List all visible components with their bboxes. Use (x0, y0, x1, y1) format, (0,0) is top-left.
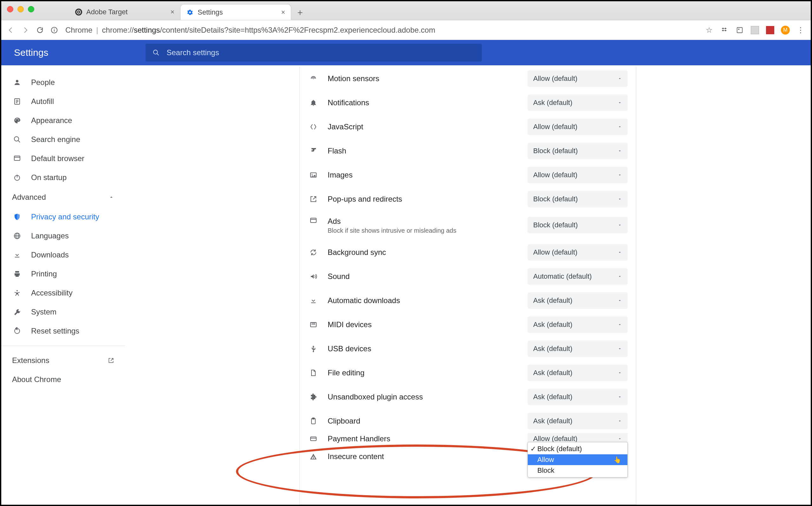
permission-select[interactable]: Ask (default) (527, 292, 628, 309)
sidebar-item-label: Autofill (31, 97, 54, 106)
people-icon (12, 79, 22, 86)
permission-select[interactable]: Ask (default) (527, 364, 628, 381)
chrome-menu-icon[interactable]: ⋮ (796, 26, 805, 34)
sidebar-item-printing[interactable]: Printing (1, 264, 125, 283)
permission-row-ads: Ads Block if site shows intrusive or mis… (300, 211, 636, 240)
sidebar-item-downloads[interactable]: Downloads (1, 245, 125, 264)
new-tab-button[interactable]: ＋ (294, 7, 306, 18)
sidebar-item-people[interactable]: People (1, 73, 125, 92)
permission-label: Ads (328, 217, 457, 226)
sidebar-item-languages[interactable]: Languages (1, 226, 125, 245)
permission-select[interactable]: Allow (default) (527, 70, 628, 87)
permission-select[interactable]: Automatic (default) (527, 268, 628, 285)
permission-row-notifications: Notifications Ask (default) (300, 91, 636, 115)
sidebar-item-label: On startup (31, 173, 67, 182)
permission-row-usb-devices: USB devices Ask (default) (300, 337, 636, 361)
dropdown-option[interactable]: Block (default) (528, 443, 627, 454)
caret-down-icon (618, 250, 622, 255)
svg-point-27 (312, 174, 313, 175)
permission-sublabel: Block if site shows intrusive or mislead… (328, 227, 457, 234)
sidebar-advanced-toggle[interactable]: Advanced (1, 187, 125, 207)
background-sync-icon (308, 249, 319, 256)
sidebar-item-reset-settings[interactable]: Reset settings (1, 322, 125, 340)
permission-row-unsandboxed-plugin-access: Unsandboxed plugin access Ask (default) (300, 385, 636, 409)
caret-down-icon (618, 173, 622, 177)
sidebar-item-accessibility[interactable]: Accessibility (1, 283, 125, 303)
permission-select[interactable]: Block (default) (527, 217, 628, 233)
extension-icon[interactable] (735, 26, 744, 34)
permission-select[interactable]: Allow (default) (527, 118, 628, 135)
dropdown-option[interactable]: Allow (528, 454, 627, 465)
sidebar-item-label: Privacy and security (31, 213, 99, 221)
permission-dropdown-open[interactable]: Block (default)AllowBlock (527, 442, 628, 478)
cursor-icon: 👆 (614, 456, 621, 463)
search-settings[interactable] (146, 44, 482, 62)
permission-row-images: Images Allow (default) (300, 163, 636, 187)
extension-icon[interactable] (750, 26, 759, 34)
caret-down-icon (618, 100, 622, 105)
permission-select[interactable]: Ask (default) (527, 340, 628, 357)
forward-icon[interactable] (21, 26, 30, 34)
permission-label: USB devices (328, 344, 371, 353)
omnibox[interactable]: Chrome | chrome://settings/content/siteD… (65, 26, 699, 34)
sidebar-item-system[interactable]: System (1, 303, 125, 322)
profile-avatar-icon[interactable]: M (781, 26, 790, 34)
minimize-window-icon[interactable] (17, 6, 24, 12)
permission-row-file-editing: File editing Ask (default) (300, 361, 636, 385)
sidebar-item-appearance[interactable]: Appearance (1, 111, 125, 130)
sidebar-item-search-engine[interactable]: Search engine (1, 130, 125, 149)
midi-devices-icon (308, 321, 319, 328)
sidebar-item-extensions[interactable]: Extensions (1, 351, 125, 370)
dropbox-ext-icon[interactable] (720, 26, 729, 34)
bookmark-star-icon[interactable]: ☆ (705, 26, 714, 34)
sidebar-item-label: Downloads (31, 250, 69, 259)
permission-select[interactable]: Ask (default) (527, 94, 628, 111)
back-icon[interactable] (7, 26, 16, 34)
permission-select[interactable]: Ask (default) (527, 389, 628, 405)
sidebar-item-label: Default browser (31, 154, 84, 163)
close-tab-icon[interactable]: × (281, 8, 285, 16)
permission-select[interactable]: Allow (default) (527, 167, 628, 183)
caret-down-icon (618, 437, 622, 441)
permission-row-sound: Sound Automatic (default) (300, 264, 636, 288)
permission-label: Background sync (328, 248, 386, 257)
images-icon (308, 171, 319, 179)
reload-icon[interactable] (36, 26, 45, 34)
permission-label: Automatic downloads (328, 296, 400, 305)
browser-tab-settings[interactable]: Settings × (180, 4, 291, 20)
dropdown-option[interactable]: Block (528, 465, 627, 476)
caret-down-icon (618, 149, 622, 153)
sidebar-item-on-startup[interactable]: On startup (1, 168, 125, 187)
toolbar-actions: ☆ M ⋮ (705, 26, 805, 34)
permission-label: Insecure content (328, 452, 384, 461)
close-tab-icon[interactable]: × (170, 8, 174, 16)
permission-select[interactable]: Block (default) (527, 143, 628, 159)
permission-select[interactable]: Block (default) (527, 191, 628, 207)
sidebar-item-about-chrome[interactable]: About Chrome (1, 370, 125, 389)
languages-icon (12, 232, 22, 240)
permission-select[interactable]: Ask (default) (527, 316, 628, 333)
permission-value: Allow (default) (533, 171, 577, 179)
close-window-icon[interactable] (7, 6, 13, 12)
permission-value: Allow (default) (533, 248, 577, 256)
permission-row-midi-devices: MIDI devices Ask (default) (300, 313, 636, 337)
ads-icon (308, 217, 319, 225)
site-info-icon[interactable] (51, 27, 60, 33)
extension-icon[interactable] (766, 26, 775, 34)
sidebar-item-autofill[interactable]: Autofill (1, 92, 125, 111)
sidebar-item-label: People (31, 78, 55, 87)
appearance-icon (12, 117, 22, 124)
tab-strip: Adobe Target × Settings × ＋ (1, 1, 811, 20)
permission-select[interactable]: Allow (default) (527, 244, 628, 261)
sidebar-item-default-browser[interactable]: Default browser (1, 149, 125, 168)
sidebar-item-privacy-security[interactable]: Privacy and security (1, 207, 125, 226)
maximize-window-icon[interactable] (28, 6, 34, 12)
usb-devices-icon (308, 345, 319, 352)
caret-down-icon (618, 274, 622, 279)
search-input[interactable] (167, 48, 475, 57)
permission-select[interactable]: Ask (default) (527, 413, 628, 429)
caret-down-icon (618, 76, 622, 81)
svg-point-4 (54, 28, 55, 29)
downloads-icon (12, 251, 22, 259)
browser-tab-adobe-target[interactable]: Adobe Target × (69, 4, 180, 20)
